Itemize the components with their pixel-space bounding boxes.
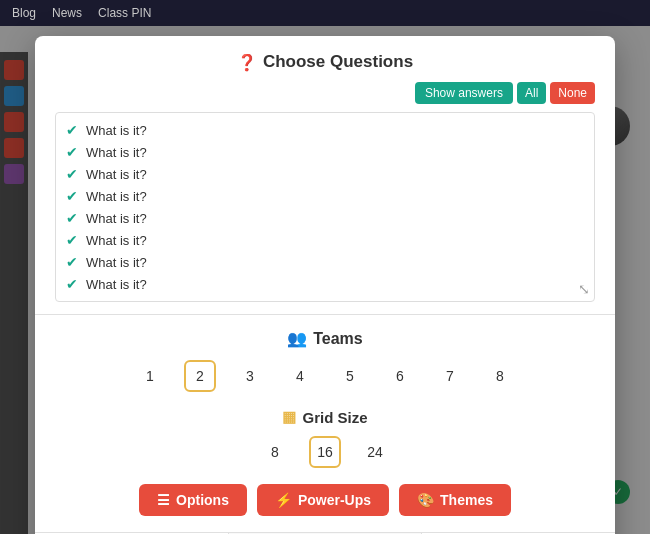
teams-icon: 👥 xyxy=(287,329,307,348)
question-text: What is it? xyxy=(86,167,147,182)
themes-icon: 🎨 xyxy=(417,492,434,508)
teams-btn-4[interactable]: 4 xyxy=(284,360,316,392)
check-icon: ✔ xyxy=(66,122,78,138)
teams-btn-5[interactable]: 5 xyxy=(334,360,366,392)
question-item[interactable]: ✔ What is it? xyxy=(64,163,586,185)
nav-news[interactable]: News xyxy=(52,6,82,20)
grid-btn-16[interactable]: 16 xyxy=(309,436,341,468)
nav-blog[interactable]: Blog xyxy=(12,6,36,20)
grid-btn-8[interactable]: 8 xyxy=(259,436,291,468)
check-icon: ✔ xyxy=(66,254,78,270)
grid-size-title: ▦ Grid Size xyxy=(55,408,595,426)
question-text: What is it? xyxy=(86,211,147,226)
nav-bar: Blog News Class PIN xyxy=(0,0,650,26)
none-button[interactable]: None xyxy=(550,82,595,104)
powerups-icon: ⚡ xyxy=(275,492,292,508)
teams-number-row: 1 2 3 4 5 6 7 8 xyxy=(55,360,595,392)
options-button[interactable]: ☰ Options xyxy=(139,484,247,516)
resize-handle[interactable]: ⤡ xyxy=(578,281,590,297)
options-icon: ☰ xyxy=(157,492,170,508)
question-item[interactable]: ✔ What is it? xyxy=(64,229,586,251)
powerups-button[interactable]: ⚡ Power-Ups xyxy=(257,484,389,516)
check-icon: ✔ xyxy=(66,144,78,160)
question-text: What is it? xyxy=(86,277,147,292)
question-icon: ❓ xyxy=(237,53,257,72)
teams-btn-3[interactable]: 3 xyxy=(234,360,266,392)
teams-btn-7[interactable]: 7 xyxy=(434,360,466,392)
question-item[interactable]: ✔ What is it? xyxy=(64,141,586,163)
options-label: Options xyxy=(176,492,229,508)
grid-size-label: Grid Size xyxy=(302,409,367,426)
question-text: What is it? xyxy=(86,189,147,204)
modal-overlay: ❓ Choose Questions Show answers All None… xyxy=(0,26,650,534)
check-icon: ✔ xyxy=(66,166,78,182)
themes-button[interactable]: 🎨 Themes xyxy=(399,484,511,516)
powerups-label: Power-Ups xyxy=(298,492,371,508)
choose-questions-section: ❓ Choose Questions Show answers All None… xyxy=(35,36,615,315)
question-text: What is it? xyxy=(86,233,147,248)
question-item[interactable]: ✔ What is it? xyxy=(64,207,586,229)
nav-class-pin[interactable]: Class PIN xyxy=(98,6,151,20)
check-icon: ✔ xyxy=(66,232,78,248)
teams-section: 👥 Teams 1 2 3 4 5 6 7 8 ▦ Grid Size 8 16… xyxy=(35,315,615,532)
question-item[interactable]: ✔ What is it? xyxy=(64,251,586,273)
answers-toolbar: Show answers All None xyxy=(55,82,595,104)
choose-questions-title: ❓ Choose Questions xyxy=(55,52,595,72)
show-answers-button[interactable]: Show answers xyxy=(415,82,513,104)
teams-btn-6[interactable]: 6 xyxy=(384,360,416,392)
all-button[interactable]: All xyxy=(517,82,546,104)
question-item[interactable]: ✔ What is it? xyxy=(64,185,586,207)
grid-btn-24[interactable]: 24 xyxy=(359,436,391,468)
questions-list: ✔ What is it? ✔ What is it? ✔ What is it… xyxy=(55,112,595,302)
teams-label: Teams xyxy=(313,330,363,348)
choose-questions-label: Choose Questions xyxy=(263,52,413,72)
check-icon: ✔ xyxy=(66,210,78,226)
themes-label: Themes xyxy=(440,492,493,508)
check-icon: ✔ xyxy=(66,188,78,204)
teams-btn-2[interactable]: 2 xyxy=(184,360,216,392)
question-text: What is it? xyxy=(86,123,147,138)
modal-dialog: ❓ Choose Questions Show answers All None… xyxy=(35,36,615,534)
grid-size-row: 8 16 24 xyxy=(55,436,595,468)
question-item[interactable]: ✔ What is it? xyxy=(64,119,586,141)
grid-icon: ▦ xyxy=(282,408,296,426)
action-buttons: ☰ Options ⚡ Power-Ups 🎨 Themes xyxy=(55,484,595,516)
question-text: What is it? xyxy=(86,145,147,160)
teams-btn-1[interactable]: 1 xyxy=(134,360,166,392)
question-item[interactable]: ✔ What is it? xyxy=(64,273,586,295)
teams-btn-8[interactable]: 8 xyxy=(484,360,516,392)
teams-title: 👥 Teams xyxy=(55,329,595,348)
question-text: What is it? xyxy=(86,255,147,270)
check-icon: ✔ xyxy=(66,276,78,292)
